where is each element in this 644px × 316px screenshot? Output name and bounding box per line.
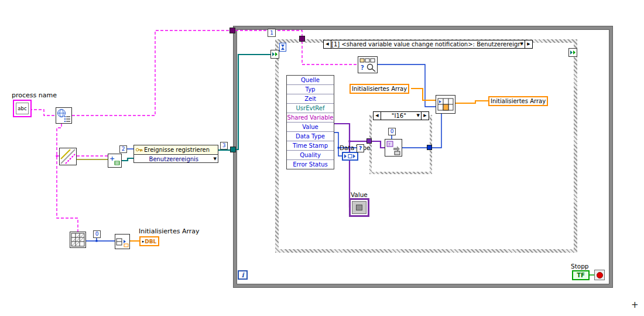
event-field[interactable]: Typ <box>287 85 334 94</box>
plus-event-icon: + <box>108 154 121 167</box>
tunnel-registration-while-loop[interactable] <box>230 147 236 152</box>
init-array-icon <box>115 235 129 249</box>
search-array-icon: ? <box>358 57 377 73</box>
stop-sign-icon <box>597 272 603 278</box>
value-variant-terminal[interactable] <box>349 198 369 217</box>
variant-to-data-node[interactable]: ? <box>385 139 402 157</box>
stop-boolean-terminal[interactable]: TF <box>572 270 590 280</box>
initialized-array-dbl-indicator[interactable]: ▸ DBL <box>139 236 159 246</box>
loop-condition-terminal[interactable] <box>594 270 605 280</box>
case-prev-icon[interactable]: ◀ <box>374 112 381 120</box>
case-selector-label[interactable]: "I16" <box>381 112 417 120</box>
variant-icon <box>352 201 366 214</box>
stopp-label: Stopp <box>571 263 589 270</box>
open-application-reference-node[interactable] <box>56 107 72 124</box>
initialized-array-label: Initialisiertes Array <box>139 227 200 235</box>
case-selector-terminal[interactable]: ? <box>357 144 364 152</box>
timeout-terminal[interactable] <box>279 43 286 53</box>
key-icon <box>135 146 143 154</box>
hourglass-icon <box>279 43 286 52</box>
crosshair-cursor: + <box>631 300 639 310</box>
event-field[interactable]: Time Stamp <box>287 141 334 151</box>
svg-text:+: + <box>109 155 115 162</box>
globe-icon <box>56 108 71 123</box>
junction-dot-string <box>56 155 58 157</box>
indicator-arrow-icon: ▸ <box>142 239 145 244</box>
event-next-icon[interactable]: ▶ <box>525 40 532 48</box>
svg-text:?: ? <box>388 142 390 147</box>
constant-one[interactable]: 1 <box>268 29 276 37</box>
data-type-terminal[interactable] <box>342 152 358 161</box>
case-next-icon[interactable]: ▶ <box>421 112 429 120</box>
svg-text:?: ? <box>361 64 364 71</box>
case-selector[interactable]: ◀ "I16" ▼ ▶ <box>373 111 429 120</box>
event-field[interactable]: Data Type <box>287 132 334 141</box>
array-constant-node[interactable] <box>70 232 86 248</box>
dynamic-event-icon <box>270 50 279 59</box>
tunnel-int-case-out[interactable] <box>427 145 432 150</box>
replace-array-subset-node[interactable] <box>436 95 455 114</box>
register-dropdown-icon[interactable]: ▼ <box>214 157 218 161</box>
replace-array-icon <box>436 96 455 113</box>
initialized-array-local-variable-write[interactable]: Initialisiertes Array <box>488 96 548 106</box>
dynamic-event-terminal-left[interactable] <box>270 50 279 60</box>
event-header-label[interactable]: [1] <shared variable value change notifi… <box>331 40 520 48</box>
event-field[interactable]: Error Status <box>287 160 334 169</box>
iteration-i-label: i <box>241 271 244 279</box>
event-field[interactable]: Shared Variable <box>287 113 334 123</box>
process-name-label: process name <box>12 91 57 99</box>
wire-string-to-open-ref[interactable] <box>29 110 56 115</box>
data-type-label: Data Type <box>340 144 371 151</box>
event-field[interactable]: Zeit <box>287 94 334 104</box>
search-1d-array-node[interactable]: ? <box>358 56 378 73</box>
register-event-source[interactable]: Benutzerereignis <box>134 156 214 162</box>
initialize-array-node[interactable] <box>115 234 130 249</box>
tunnel-variant-case-in[interactable] <box>366 138 372 144</box>
constant-zero-left[interactable]: 0 <box>93 230 101 238</box>
initialized-array-local-variable-read[interactable]: Initialisiertes Array <box>350 84 409 94</box>
tunnel-string-event-structure[interactable] <box>299 36 305 42</box>
tunnel-string-while-loop[interactable] <box>229 28 235 33</box>
junction-dot-zero <box>96 240 98 242</box>
event-data-node[interactable]: Quelle Typ Zeit UsrEvtRef Shared Variabl… <box>286 75 334 169</box>
abc-icon: abc <box>16 103 29 114</box>
event-field[interactable]: Quality <box>287 151 334 160</box>
labview-block-diagram: process name abc + 2 <box>0 0 644 316</box>
value-label: Value <box>351 191 368 198</box>
dynamic-event-icon <box>568 48 577 57</box>
event-field[interactable]: Value <box>287 123 334 132</box>
event-field[interactable]: UsrEvtRef <box>287 104 334 113</box>
array-grid-icon <box>70 232 85 247</box>
event-structure-header[interactable]: ◀ [1] <shared variable value change noti… <box>323 40 533 49</box>
wire-string-top-route[interactable] <box>72 30 229 115</box>
constant-two[interactable]: 2 <box>119 145 127 153</box>
variant-to-data-icon: ? <box>385 140 402 156</box>
dynamic-event-terminal-right[interactable] <box>568 48 577 59</box>
event-dropdown-icon[interactable]: ▼ <box>520 40 525 48</box>
case-dropdown-icon[interactable]: ▼ <box>417 112 421 120</box>
dbl-type-label: DBL <box>145 239 156 244</box>
wire-string-down-left[interactable] <box>57 124 78 232</box>
create-user-event-node[interactable]: + <box>108 154 122 168</box>
enum-icon <box>343 153 357 159</box>
register-for-events-node[interactable]: Ereignisse registrieren Benutzerereignis… <box>133 145 218 163</box>
process-name-string-control[interactable]: abc <box>13 100 32 117</box>
convert-icon <box>60 148 76 165</box>
event-prev-icon[interactable]: ◀ <box>324 40 331 48</box>
event-field[interactable]: Quelle <box>287 76 334 85</box>
type-convert-node[interactable] <box>59 148 77 165</box>
tf-label: TF <box>577 272 585 278</box>
register-node-title: Ereignisse registrieren <box>144 147 210 153</box>
wire-user-event-to-register[interactable] <box>122 158 133 161</box>
iteration-terminal[interactable]: i <box>238 270 248 280</box>
constant-zero-case[interactable]: 0 <box>388 128 396 135</box>
constant-three[interactable]: 3 <box>220 142 228 149</box>
